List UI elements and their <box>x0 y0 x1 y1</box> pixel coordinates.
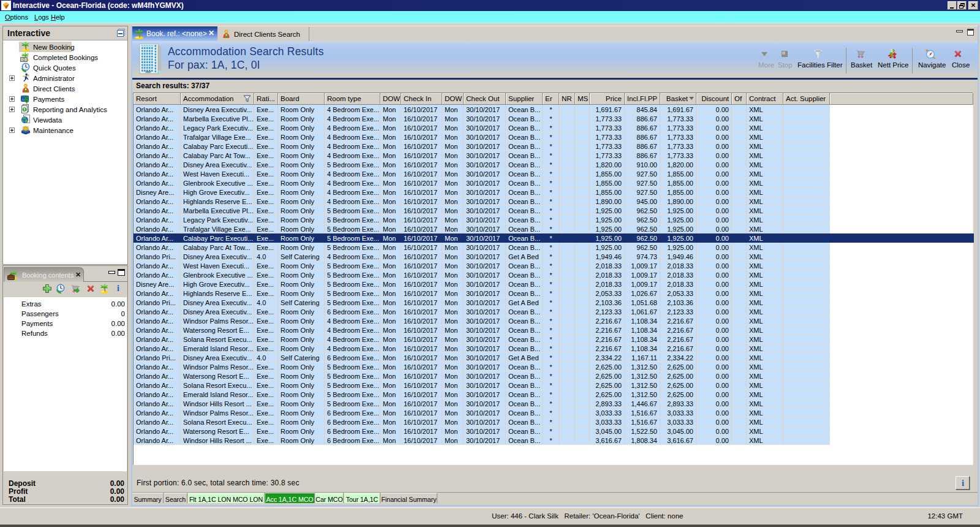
svg-text:$: $ <box>24 96 29 104</box>
svg-text:$: $ <box>891 49 893 53</box>
